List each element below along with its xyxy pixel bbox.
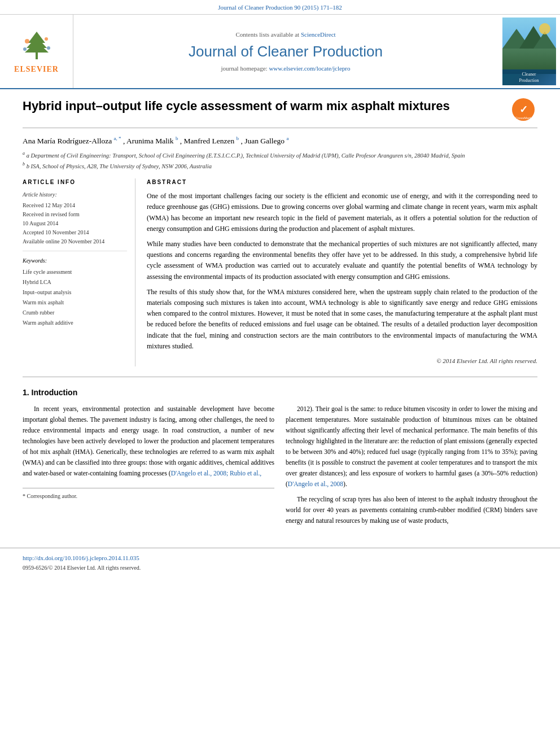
history-item-3: 10 August 2014 bbox=[23, 219, 127, 228]
journal-cover-image: CleanerProduction bbox=[498, 15, 560, 88]
journal-title: Journal of Cleaner Production bbox=[189, 41, 383, 62]
history-item-4: Accepted 10 November 2014 bbox=[23, 228, 127, 237]
citation-link-1[interactable]: D'Angelo et al., 2008; Rubio et al., bbox=[171, 470, 262, 477]
author-4: Juan Gallego bbox=[244, 137, 285, 145]
corresponding-author-note: * Corresponding author. bbox=[23, 492, 274, 501]
copyright-line: © 2014 Elsevier Ltd. All rights reserved… bbox=[147, 356, 537, 366]
homepage-link[interactable]: www.elsevier.com/locate/jclepro bbox=[269, 65, 350, 72]
svg-point-4 bbox=[25, 39, 29, 43]
keywords-group: Keywords: Life cycle assessment Hybrid L… bbox=[23, 257, 127, 328]
doi-link[interactable]: http://dx.doi.org/10.1016/j.jclepro.2014… bbox=[23, 554, 537, 562]
crossmark-icon: ✓ CrossMark bbox=[511, 98, 535, 121]
svg-point-5 bbox=[45, 37, 48, 41]
introduction-heading: 1. Introduction bbox=[23, 387, 537, 399]
elsevier-label: ELSEVIER bbox=[14, 64, 59, 75]
journal-reference: Journal of Cleaner Production 90 (2015) … bbox=[0, 0, 560, 15]
journal-header-center: Contents lists available at ScienceDirec… bbox=[73, 15, 498, 88]
abstract-paragraph-2: While many studies have been conducted t… bbox=[147, 239, 537, 282]
article-title: Hybrid input–output life cycle assessmen… bbox=[23, 98, 509, 115]
elsevier-tree-icon bbox=[17, 29, 56, 63]
history-item-5: Available online 20 November 2014 bbox=[23, 237, 127, 246]
article-info-column: ARTICLE INFO Article history: Received 1… bbox=[23, 178, 135, 366]
journal-header: ELSEVIER Contents lists available at Sci… bbox=[0, 15, 560, 89]
keyword-6: Warm asphalt additive bbox=[23, 318, 127, 328]
sciencedirect-link[interactable]: ScienceDirect bbox=[301, 31, 336, 38]
abstract-column: ABSTRACT One of the most important chall… bbox=[147, 178, 537, 366]
svg-point-7 bbox=[47, 46, 50, 50]
svg-point-6 bbox=[23, 47, 27, 51]
info-abstract-columns: ARTICLE INFO Article history: Received 1… bbox=[23, 178, 537, 366]
introduction-section: 1. Introduction In recent years, environ… bbox=[23, 387, 537, 531]
keyword-3: Input–output analysis bbox=[23, 287, 127, 298]
authors-section: Ana María Rodríguez-Alloza a, * , Arunim… bbox=[23, 135, 537, 171]
abstract-text: One of the most important challenges fac… bbox=[147, 191, 537, 366]
intro-para-right-2: The recycling of scrap tyres has also be… bbox=[286, 494, 537, 526]
introduction-left-col: In recent years, environmental protectio… bbox=[23, 404, 274, 531]
intro-para-1: In recent years, environmental protectio… bbox=[23, 404, 274, 479]
citation-link-2[interactable]: D'Angelo et al., 2008 bbox=[288, 480, 343, 487]
affiliation-2: b b ISA, School of Physics, A28, The Uni… bbox=[23, 161, 537, 171]
issn-line: 0959-6526/© 2014 Elsevier Ltd. All right… bbox=[23, 564, 537, 572]
history-group: Article history: Received 12 May 2014 Re… bbox=[23, 191, 127, 251]
history-item-2: Received in revised form bbox=[23, 210, 127, 219]
author-1: Ana María Rodríguez-Alloza bbox=[23, 137, 112, 145]
intro-para-right-1: 2012). Their goal is the same: to reduce… bbox=[286, 404, 537, 490]
affiliation-1: a a Department of Civil Engineering: Tra… bbox=[23, 150, 537, 160]
journal-homepage: journal homepage: www.elsevier.com/locat… bbox=[221, 64, 351, 73]
svg-rect-0 bbox=[36, 51, 38, 59]
contents-available-text: Contents lists available at ScienceDirec… bbox=[235, 30, 335, 39]
page-footer: http://dx.doi.org/10.1016/j.jclepro.2014… bbox=[0, 548, 560, 578]
author-2: Arunima Malik bbox=[126, 137, 174, 145]
keyword-5: Crumb rubber bbox=[23, 308, 127, 318]
authors-line: Ana María Rodríguez-Alloza a, * , Arunim… bbox=[23, 135, 537, 146]
section-divider bbox=[23, 377, 537, 377]
keyword-4: Warm mix asphalt bbox=[23, 298, 127, 308]
article-content: Hybrid input–output life cycle assessmen… bbox=[0, 89, 560, 541]
svg-text:CrossMark: CrossMark bbox=[515, 116, 532, 120]
footnote-section: * Corresponding author. bbox=[23, 488, 274, 501]
svg-point-13 bbox=[539, 23, 550, 34]
author-3: Manfred Lenzen bbox=[184, 137, 235, 145]
cover-svg bbox=[502, 18, 556, 74]
elsevier-logo-section: ELSEVIER bbox=[0, 15, 73, 88]
elsevier-logo: ELSEVIER bbox=[14, 29, 59, 75]
history-label: Article history: bbox=[23, 191, 127, 199]
article-title-section: Hybrid input–output life cycle assessmen… bbox=[23, 98, 537, 128]
article-info-heading: ARTICLE INFO bbox=[23, 178, 127, 186]
cover-title-text: CleanerProduction bbox=[502, 69, 556, 85]
keyword-1: Life cycle assessment bbox=[23, 267, 127, 277]
keywords-label: Keywords: bbox=[23, 257, 127, 265]
history-item-1: Received 12 May 2014 bbox=[23, 201, 127, 210]
abstract-heading: ABSTRACT bbox=[147, 178, 537, 186]
crossmark-logo: ✓ CrossMark bbox=[509, 98, 537, 121]
svg-text:✓: ✓ bbox=[519, 104, 528, 115]
keyword-2: Hybrid LCA bbox=[23, 277, 127, 287]
introduction-right-col: 2012). Their goal is the same: to reduce… bbox=[286, 404, 537, 531]
affiliations: a a Department of Civil Engineering: Tra… bbox=[23, 150, 537, 171]
introduction-columns: In recent years, environmental protectio… bbox=[23, 404, 537, 531]
abstract-paragraph-1: One of the most important challenges fac… bbox=[147, 191, 537, 234]
abstract-paragraph-3: The results of this study show that, for… bbox=[147, 287, 537, 352]
cover-thumbnail: CleanerProduction bbox=[502, 18, 556, 85]
